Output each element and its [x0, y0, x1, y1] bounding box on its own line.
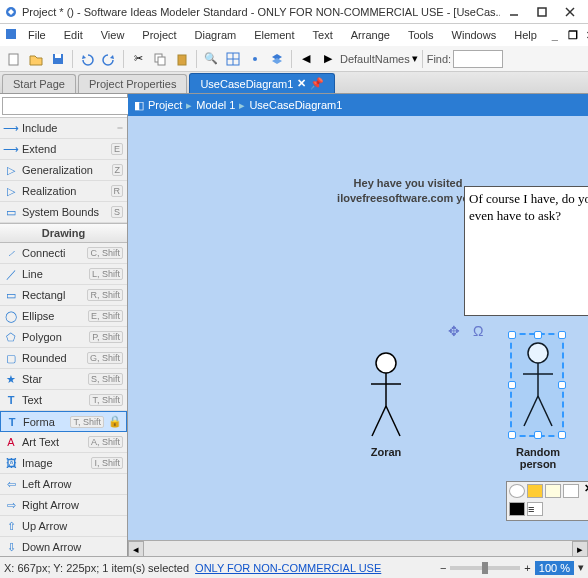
- menu-windows[interactable]: Windows: [444, 27, 505, 43]
- svg-line-20: [386, 406, 400, 436]
- mini-note-button[interactable]: [545, 484, 561, 498]
- rotate-handle-icon[interactable]: Ω: [473, 323, 483, 339]
- save-button[interactable]: [48, 49, 68, 69]
- tool-format[interactable]: TFormaT, Shift🔒: [0, 411, 127, 432]
- tool-ellipse[interactable]: ◯EllipseE, Shift: [0, 306, 127, 327]
- tool-system-bounds[interactable]: ▭System BoundsS: [0, 202, 127, 223]
- zoom-dropdown-icon[interactable]: ▾: [578, 561, 584, 574]
- selection-handle[interactable]: [534, 431, 542, 439]
- doc-minimize-button[interactable]: _: [547, 27, 563, 43]
- tab-start-page[interactable]: Start Page: [2, 74, 76, 93]
- tool-polygon[interactable]: ⬠PolygonP, Shift: [0, 327, 127, 348]
- mini-ellipse-button[interactable]: [509, 484, 525, 498]
- minimize-button[interactable]: [500, 2, 528, 22]
- zoom-in-button[interactable]: +: [524, 562, 530, 574]
- zoom-thumb[interactable]: [482, 562, 488, 574]
- selection-handle[interactable]: [508, 331, 516, 339]
- mini-lines-button[interactable]: ≡: [527, 502, 543, 516]
- breadcrumb-diagram[interactable]: UseCaseDiagram1: [249, 99, 342, 111]
- paste-button[interactable]: [172, 49, 192, 69]
- menu-help[interactable]: Help: [506, 27, 545, 43]
- menu-view[interactable]: View: [93, 27, 133, 43]
- menu-project[interactable]: Project: [134, 27, 184, 43]
- redo-button[interactable]: [99, 49, 119, 69]
- zoom-slider[interactable]: [450, 566, 520, 570]
- selection-handle[interactable]: [508, 381, 516, 389]
- tab-project-properties[interactable]: Project Properties: [78, 74, 187, 93]
- tool-star[interactable]: ★StarS, Shift: [0, 369, 127, 390]
- doc-restore-button[interactable]: ❐: [565, 27, 581, 43]
- tool-up-arrow[interactable]: ⇧Up Arrow: [0, 516, 127, 537]
- open-button[interactable]: [26, 49, 46, 69]
- selection-handle[interactable]: [558, 431, 566, 439]
- tab-usecasediagram1[interactable]: UseCaseDiagram1 ✕ 📌: [189, 73, 335, 93]
- new-button[interactable]: [4, 49, 24, 69]
- tool-art-text[interactable]: AArt TextA, Shift: [0, 432, 127, 453]
- tool-realization[interactable]: ▷RealizationR: [0, 181, 127, 202]
- tool-image[interactable]: 🖼ImageI, Shift: [0, 453, 127, 474]
- selection-handle[interactable]: [558, 381, 566, 389]
- maximize-button[interactable]: [528, 2, 556, 22]
- selection-handle[interactable]: [508, 431, 516, 439]
- zoom-out-button[interactable]: −: [440, 562, 446, 574]
- zoom-in-button[interactable]: 🔍: [201, 49, 221, 69]
- scroll-right-button[interactable]: ▸: [572, 541, 588, 557]
- mini-fill-white-button[interactable]: [563, 484, 579, 498]
- svg-point-16: [376, 353, 396, 373]
- doc-close-button[interactable]: ✕: [583, 27, 588, 43]
- breadcrumb-project[interactable]: Project: [148, 99, 182, 111]
- zoom-percent[interactable]: 100 %: [535, 561, 574, 575]
- snap-button[interactable]: [245, 49, 265, 69]
- note-element[interactable]: Of course I have, do you even have to as…: [464, 186, 588, 316]
- selection-handle[interactable]: [534, 331, 542, 339]
- tool-line[interactable]: ／LineL, Shift: [0, 264, 127, 285]
- actor-random-person[interactable]: [518, 341, 558, 431]
- find-input[interactable]: [453, 50, 503, 68]
- tool-include[interactable]: ⟶Include: [0, 118, 127, 139]
- diagram-canvas[interactable]: Hey have you visited ilovefreesoftware.c…: [128, 116, 588, 540]
- actor-zoran[interactable]: [366, 351, 406, 441]
- menu-arrange[interactable]: Arrange: [343, 27, 398, 43]
- tool-down-arrow[interactable]: ⇩Down Arrow: [0, 537, 127, 556]
- tool-rounded[interactable]: ▢RoundedG, Shift: [0, 348, 127, 369]
- menu-tools[interactable]: Tools: [400, 27, 442, 43]
- horizontal-scrollbar[interactable]: ◂ ▸: [128, 540, 588, 556]
- selection-handle[interactable]: [558, 331, 566, 339]
- status-license-link[interactable]: ONLY FOR NON-COMMERCIAL USE: [195, 562, 381, 574]
- cut-button[interactable]: ✂: [128, 49, 148, 69]
- art-text-icon: A: [4, 435, 18, 449]
- tool-right-arrow[interactable]: ⇨Right Arrow: [0, 495, 127, 516]
- menu-edit[interactable]: Edit: [56, 27, 91, 43]
- menu-text[interactable]: Text: [305, 27, 341, 43]
- toolbox-search-input[interactable]: [2, 97, 148, 115]
- tool-connection[interactable]: ⟋ConnectiC, Shift: [0, 243, 127, 264]
- menu-diagram[interactable]: Diagram: [187, 27, 245, 43]
- move-handle-icon[interactable]: ✥: [448, 323, 460, 339]
- tool-rectangle[interactable]: ▭RectanglR, Shift: [0, 285, 127, 306]
- actor-random-person-label: Random person: [498, 446, 578, 470]
- prev-button[interactable]: ◀: [296, 49, 316, 69]
- tool-extend[interactable]: ⟶ExtendE: [0, 139, 127, 160]
- mini-actor-button[interactable]: [527, 484, 543, 498]
- next-button[interactable]: ▶: [318, 49, 338, 69]
- layers-button[interactable]: [267, 49, 287, 69]
- canvas-scroll[interactable]: Hey have you visited ilovefreesoftware.c…: [128, 116, 588, 540]
- mini-fill-black-button[interactable]: [509, 502, 525, 516]
- menu-element[interactable]: Element: [246, 27, 302, 43]
- tool-generalization[interactable]: ▷GeneralizationZ: [0, 160, 127, 181]
- tool-text[interactable]: TTextT, Shift: [0, 390, 127, 411]
- tool-left-arrow[interactable]: ⇦Left Arrow: [0, 474, 127, 495]
- close-button[interactable]: [556, 2, 584, 22]
- breadcrumb-model[interactable]: Model 1: [196, 99, 235, 111]
- scroll-left-button[interactable]: ◂: [128, 541, 144, 557]
- breadcrumb-home-icon[interactable]: ◧: [134, 99, 144, 112]
- grid-button[interactable]: [223, 49, 243, 69]
- mini-toolbar-close-icon[interactable]: ✕: [584, 482, 588, 495]
- tab-pin-icon[interactable]: 📌: [310, 77, 324, 90]
- tab-close-icon[interactable]: ✕: [297, 77, 306, 90]
- copy-button[interactable]: [150, 49, 170, 69]
- undo-button[interactable]: [77, 49, 97, 69]
- dropdown-arrow-icon[interactable]: ▾: [412, 52, 418, 65]
- menu-file[interactable]: File: [20, 27, 54, 43]
- titlebar: Project * () - Software Ideas Modeler St…: [0, 0, 588, 24]
